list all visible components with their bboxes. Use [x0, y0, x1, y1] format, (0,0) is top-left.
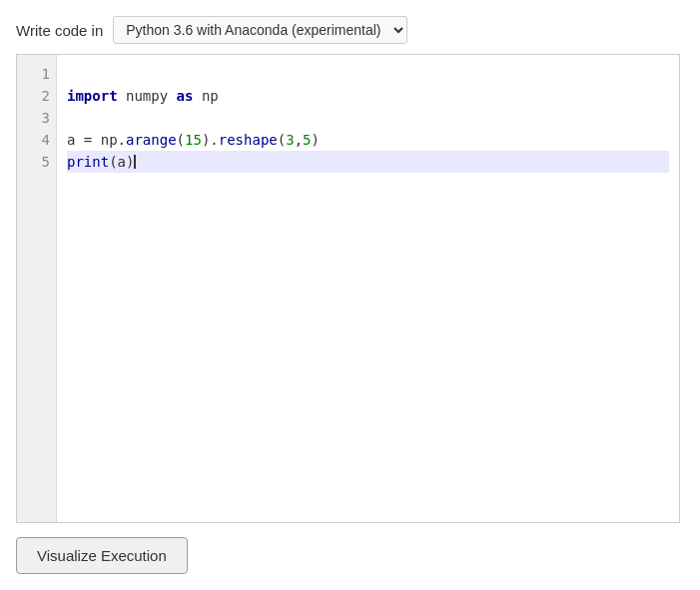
code-editor: 1 2 3 4 5 import numpy as np a = np.aran…: [16, 54, 680, 523]
line-num-2: 2: [23, 85, 50, 107]
fn-reshape: reshape: [219, 129, 278, 151]
text-cursor: [134, 155, 136, 169]
fn-arange: arange: [126, 129, 177, 151]
line-num-4: 4: [23, 129, 50, 151]
line-numbers: 1 2 3 4 5: [17, 55, 57, 522]
code-content[interactable]: import numpy as np a = np.arange(15).res…: [57, 55, 679, 522]
code-line-2: import numpy as np: [67, 85, 669, 107]
code-line-3: [67, 107, 669, 129]
fn-print: print: [67, 151, 109, 173]
write-code-label: Write code in: [16, 22, 103, 39]
keyword-import: import: [67, 85, 118, 107]
line-num-5: 5: [23, 151, 50, 173]
code-line-4: a = np.arange(15).reshape(3,5): [67, 129, 669, 151]
visualize-execution-button[interactable]: Visualize Execution: [16, 537, 188, 574]
keyword-as: as: [177, 85, 194, 107]
code-line-5: print(a): [67, 151, 669, 173]
line-num-3: 3: [23, 107, 50, 129]
language-select[interactable]: Python 3.6 with Anaconda (experimental) …: [113, 16, 407, 44]
line-num-1: 1: [23, 63, 50, 85]
code-line-1: [67, 63, 669, 85]
